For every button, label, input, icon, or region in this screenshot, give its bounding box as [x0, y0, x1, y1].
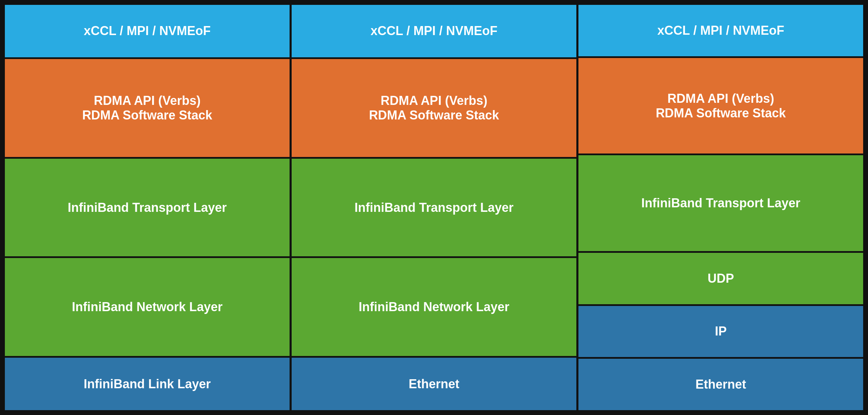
link-label-col2: Ethernet: [409, 377, 459, 391]
udp-cell-col3: UDP: [578, 253, 863, 306]
rdma-cell-col3: RDMA API (Verbs)RDMA Software Stack: [578, 58, 863, 156]
link-cell-col2: Ethernet: [292, 358, 576, 410]
link-label-col1: InfiniBand Link Layer: [84, 377, 211, 391]
link-cell-col3: Ethernet: [578, 359, 863, 410]
rdma-cell-col2: RDMA API (Verbs)RDMA Software Stack: [292, 59, 576, 159]
xcll-label-col1: xCCL / MPI / NVMEoF: [84, 24, 210, 38]
column-roce-v2: xCCL / MPI / NVMEoF RDMA API (Verbs)RDMA…: [578, 5, 863, 410]
transport-cell-col3: InfiniBand Transport Layer: [578, 155, 863, 253]
network-cell-col2: InfiniBand Network Layer: [292, 258, 576, 358]
xcll-cell-col1: xCCL / MPI / NVMEoF: [5, 5, 290, 59]
rdma-cell-col1: RDMA API (Verbs)RDMA Software Stack: [5, 59, 290, 159]
transport-cell-col1: InfiniBand Transport Layer: [5, 159, 290, 258]
network-label-col1: InfiniBand Network Layer: [72, 300, 223, 314]
transport-label-col1: InfiniBand Transport Layer: [68, 200, 227, 215]
rdma-label-col2: RDMA API (Verbs)RDMA Software Stack: [369, 93, 499, 123]
network-label-col2: InfiniBand Network Layer: [359, 300, 509, 314]
network-cell-col1: InfiniBand Network Layer: [5, 258, 290, 358]
link-label-col3: Ethernet: [695, 377, 746, 392]
transport-label-col2: InfiniBand Transport Layer: [354, 200, 514, 215]
column-roce: xCCL / MPI / NVMEoF RDMA API (Verbs)RDMA…: [292, 5, 578, 410]
column-infiniband: xCCL / MPI / NVMEoF RDMA API (Verbs)RDMA…: [5, 5, 292, 410]
transport-label-col3: InfiniBand Transport Layer: [641, 196, 800, 210]
rdma-label-col1: RDMA API (Verbs)RDMA Software Stack: [82, 93, 212, 123]
ip-cell-col3: IP: [578, 306, 863, 359]
xcll-label-col2: xCCL / MPI / NVMEoF: [370, 24, 497, 38]
xcll-cell-col3: xCCL / MPI / NVMEoF: [578, 5, 863, 58]
xcll-label-col3: xCCL / MPI / NVMEoF: [657, 23, 784, 38]
link-cell-col1: InfiniBand Link Layer: [5, 358, 290, 410]
xcll-cell-col2: xCCL / MPI / NVMEoF: [292, 5, 576, 59]
udp-label-col3: UDP: [708, 271, 734, 286]
transport-cell-col2: InfiniBand Transport Layer: [292, 159, 576, 258]
network-stack-diagram: xCCL / MPI / NVMEoF RDMA API (Verbs)RDMA…: [3, 3, 865, 412]
ip-label-col3: IP: [715, 324, 727, 339]
rdma-label-col3: RDMA API (Verbs)RDMA Software Stack: [656, 91, 786, 121]
